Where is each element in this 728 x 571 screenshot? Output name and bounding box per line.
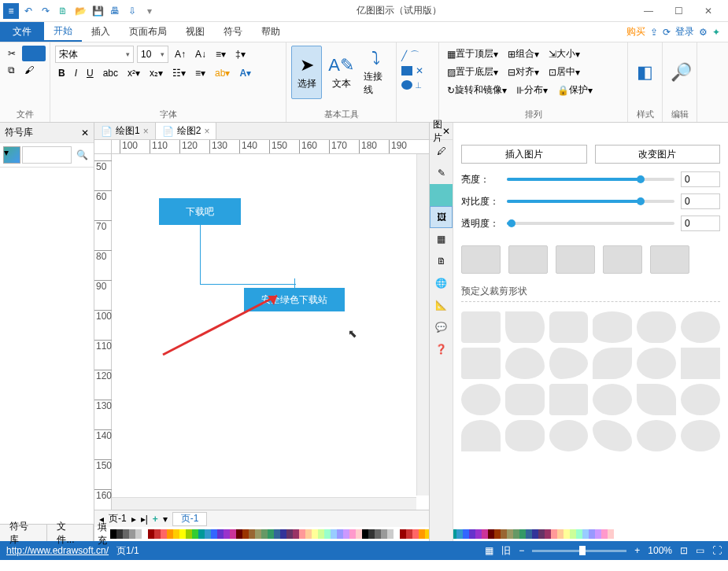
text-tool[interactable]: A✎文本 [325, 46, 357, 99]
slider-track[interactable] [507, 222, 674, 225]
crop-shape[interactable] [593, 420, 632, 451]
slider-value[interactable]: 0 [681, 216, 720, 231]
style-button[interactable]: ◧ [633, 46, 657, 99]
protect-button[interactable]: 🔒 保护▾ [554, 82, 596, 98]
close-icon[interactable]: ✕ [81, 127, 89, 138]
crop-shape[interactable] [681, 420, 720, 451]
color-swatch[interactable] [381, 529, 387, 539]
color-swatch[interactable] [299, 529, 305, 539]
color-swatch[interactable] [123, 529, 129, 539]
italic-icon[interactable]: I [72, 66, 80, 80]
color-swatch[interactable] [286, 529, 293, 539]
connector-tool[interactable]: ⤵连接线 [360, 46, 391, 99]
crop-shape[interactable] [549, 311, 589, 343]
maximize-button[interactable]: ☐ [667, 3, 690, 19]
color-swatch[interactable] [356, 529, 362, 539]
tab-help[interactable]: 帮助 [252, 22, 290, 42]
color-swatch[interactable] [186, 529, 192, 539]
color-swatch[interactable] [268, 529, 274, 539]
group-button[interactable]: ⊞ 组合▾ [504, 46, 542, 62]
view-mode-icon[interactable]: ▦ [485, 545, 493, 556]
delete-shape-icon[interactable]: ✕ [416, 65, 423, 76]
crop-shape[interactable] [681, 348, 720, 379]
crop-shape[interactable] [637, 420, 676, 451]
settings-icon[interactable]: ⚙ [699, 27, 708, 38]
crop-shape[interactable] [593, 384, 632, 415]
color-swatch[interactable] [387, 529, 394, 539]
globe-icon[interactable]: 🌐 [430, 272, 453, 294]
effect-thumb[interactable] [508, 245, 548, 274]
redo-icon[interactable]: ↷ [38, 3, 54, 19]
effect-thumb[interactable] [461, 245, 501, 274]
color-swatch[interactable] [129, 529, 135, 539]
refresh-icon[interactable]: ⟳ [663, 27, 671, 38]
fullscreen-icon[interactable]: ⛶ [712, 545, 722, 556]
color-swatch[interactable] [224, 529, 230, 539]
crop-shape[interactable] [505, 420, 545, 451]
image-icon[interactable]: 🖼 [430, 206, 453, 228]
crop-shape[interactable] [593, 311, 632, 343]
search-input[interactable] [22, 146, 72, 164]
tab-symbol[interactable]: 符号 [214, 22, 252, 42]
color-swatch[interactable] [217, 529, 224, 539]
zoom-out-icon[interactable]: − [519, 545, 524, 556]
effect-thumb[interactable] [603, 245, 642, 274]
color-swatch[interactable] [280, 529, 286, 539]
color-swatch[interactable] [167, 529, 173, 539]
node-download[interactable]: 下载吧 [159, 198, 241, 225]
color-swatch[interactable] [192, 529, 198, 539]
font-color-icon[interactable]: A▾ [236, 66, 254, 80]
size-button[interactable]: ⇲ 大小▾ [545, 46, 583, 62]
category-selector[interactable]: ▾ [3, 146, 20, 164]
rect-shape-icon[interactable] [401, 66, 412, 76]
color-swatch[interactable] [293, 529, 299, 539]
superscript-icon[interactable]: x²▾ [124, 66, 143, 80]
tab-symlib[interactable]: 符号库 [0, 525, 47, 541]
login-link[interactable]: 登录 [675, 25, 694, 39]
crop-shape[interactable] [637, 311, 676, 343]
color-swatch[interactable] [211, 529, 217, 539]
color-swatch[interactable] [179, 529, 186, 539]
color-swatch[interactable] [337, 529, 343, 539]
slider-value[interactable]: 0 [681, 193, 720, 209]
numbering-icon[interactable]: ☷▾ [169, 66, 189, 80]
zoom-slider[interactable] [532, 550, 626, 552]
tab-insert[interactable]: 插入 [82, 22, 120, 42]
paste-dropdown[interactable] [22, 46, 46, 61]
brush-icon[interactable]: 🖊 [430, 140, 453, 162]
comment-icon[interactable]: 💬 [430, 316, 453, 338]
subscript-icon[interactable]: x₂▾ [146, 66, 166, 80]
crop-shape[interactable] [637, 384, 676, 415]
color-swatch[interactable] [236, 529, 242, 539]
color-swatch[interactable] [305, 529, 312, 539]
color-swatch[interactable] [148, 529, 154, 539]
color-swatch[interactable] [394, 529, 400, 539]
select-tool[interactable]: ➤选择 [291, 46, 322, 99]
open-icon[interactable]: 📂 [72, 3, 88, 19]
color-swatch[interactable] [400, 529, 406, 539]
tab-files[interactable]: 文件... [47, 525, 94, 541]
zoom-in-icon[interactable]: + [634, 545, 640, 556]
page-tab[interactable]: 页-1 [172, 512, 208, 526]
color-swatch[interactable] [261, 529, 268, 539]
scrollbar-horizontal[interactable] [112, 497, 416, 510]
color-swatch[interactable] [205, 529, 211, 539]
crop-shape[interactable] [549, 420, 589, 451]
color-swatch[interactable] [242, 529, 249, 539]
color-swatch[interactable] [375, 529, 381, 539]
insert-image-button[interactable]: 插入图片 [461, 145, 587, 164]
doc-tab-2[interactable]: 📄绘图2× [156, 123, 217, 139]
crop-shape[interactable] [505, 311, 545, 343]
buy-link[interactable]: 购买 [626, 25, 645, 39]
crop-shape[interactable] [549, 348, 589, 379]
color-swatch[interactable] [255, 529, 261, 539]
color-swatch[interactable] [368, 529, 375, 539]
format-painter-icon[interactable]: 🖌 [21, 63, 37, 77]
color-swatch[interactable] [324, 529, 331, 539]
doc-tab-1[interactable]: 📄绘图1× [94, 123, 156, 139]
effect-thumb[interactable] [650, 245, 689, 274]
line-shape-icon[interactable]: ╱ [401, 50, 407, 61]
center-button[interactable]: ⊡ 居中▾ [545, 64, 583, 80]
arc-shape-icon[interactable]: ⌒ [410, 49, 419, 62]
share-icon[interactable]: ⇪ [650, 27, 658, 38]
